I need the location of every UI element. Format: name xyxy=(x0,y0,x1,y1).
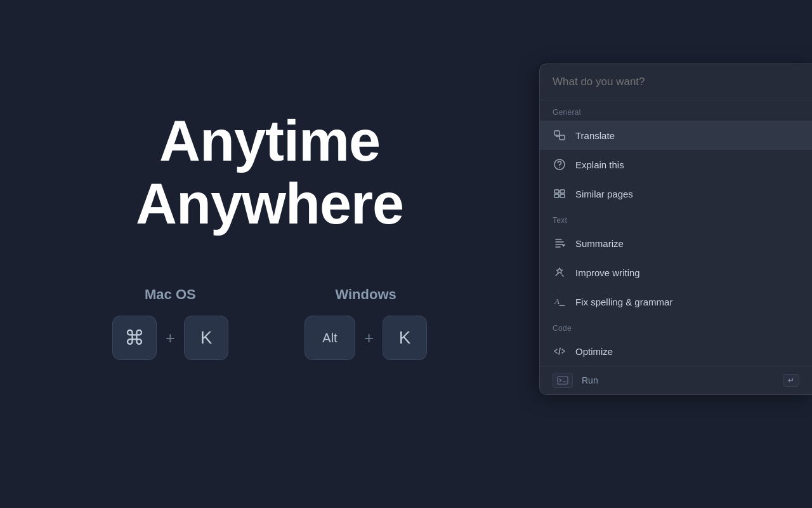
question-circle-icon xyxy=(553,157,566,171)
improve-writing-label: Improve writing xyxy=(575,267,640,278)
alt-key: Alt xyxy=(304,316,355,360)
menu-item-fix-spelling[interactable]: A Fix spelling & grammar xyxy=(540,287,812,316)
menu-item-optimize[interactable]: Optimize xyxy=(540,337,812,366)
optimize-icon xyxy=(553,344,566,358)
section-label-text: Text xyxy=(540,208,812,229)
windows-label: Windows xyxy=(335,286,396,303)
summarize-label: Summarize xyxy=(575,238,624,249)
translate-icon xyxy=(553,128,566,142)
section-label-general: General xyxy=(540,100,812,121)
optimize-label: Optimize xyxy=(575,346,613,357)
windows-key-combo: Alt + K xyxy=(304,316,427,360)
translate-label: Translate xyxy=(575,130,615,141)
similar-pages-icon xyxy=(553,187,566,201)
enter-indicator: ↵ xyxy=(783,374,799,387)
svg-text:A: A xyxy=(554,297,560,306)
section-label-code: Code xyxy=(540,316,812,337)
summarize-icon xyxy=(553,236,566,250)
svg-rect-1 xyxy=(560,135,565,140)
svg-point-3 xyxy=(559,167,560,168)
improve-writing-icon xyxy=(553,265,566,279)
menu-item-summarize[interactable]: Summarize xyxy=(540,229,812,258)
hero-title: Anytime Anywhere xyxy=(136,110,403,236)
run-bar: Run ↵ xyxy=(540,366,812,394)
macos-shortcut: Mac OS ⌘ + K xyxy=(112,286,228,360)
command-dropdown: General Translate Explain this xyxy=(539,64,812,395)
plus-separator-mac: + xyxy=(166,328,175,348)
hero-section: Anytime Anywhere xyxy=(136,110,403,236)
svg-rect-4 xyxy=(554,190,559,193)
menu-item-translate[interactable]: Translate xyxy=(540,121,812,150)
k-key-mac: K xyxy=(184,316,228,360)
macos-key-combo: ⌘ + K xyxy=(112,316,228,360)
svg-rect-5 xyxy=(560,190,565,193)
similar-pages-label: Similar pages xyxy=(575,189,633,199)
terminal-icon xyxy=(553,373,573,388)
fix-spelling-icon: A xyxy=(553,295,566,309)
fix-spelling-label: Fix spelling & grammar xyxy=(575,297,672,307)
search-bar[interactable] xyxy=(540,64,812,100)
plus-separator-win: + xyxy=(364,328,374,348)
main-content: Anytime Anywhere Mac OS ⌘ + K Windows Al… xyxy=(0,0,539,508)
run-label: Run xyxy=(582,375,598,385)
keyboard-shortcuts-section: Mac OS ⌘ + K Windows Alt + K xyxy=(112,286,427,360)
svg-rect-7 xyxy=(560,194,565,197)
explain-label: Explain this xyxy=(575,159,624,170)
menu-item-explain[interactable]: Explain this xyxy=(540,150,812,179)
menu-item-improve-writing[interactable]: Improve writing xyxy=(540,258,812,287)
macos-label: Mac OS xyxy=(145,286,196,303)
windows-shortcut: Windows Alt + K xyxy=(304,286,427,360)
svg-rect-6 xyxy=(554,194,559,197)
menu-item-similar-pages[interactable]: Similar pages xyxy=(540,179,812,208)
k-key-win: K xyxy=(383,316,427,360)
svg-rect-0 xyxy=(554,131,560,135)
search-input[interactable] xyxy=(553,76,799,88)
svg-rect-9 xyxy=(558,377,568,384)
cmd-key: ⌘ xyxy=(112,316,157,360)
enter-key-icon: ↵ xyxy=(783,374,799,387)
